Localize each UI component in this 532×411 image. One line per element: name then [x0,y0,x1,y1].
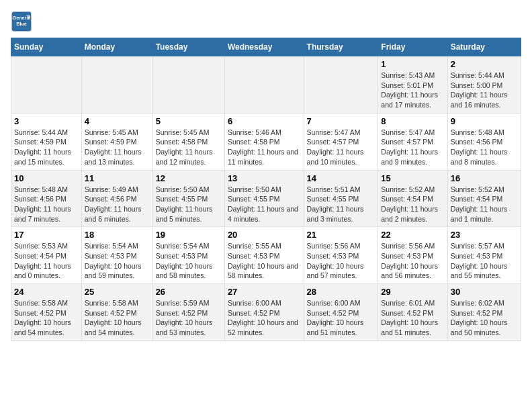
day-info: Sunrise: 5:47 AM Sunset: 4:57 PM Dayligh… [381,128,444,167]
col-header-friday: Friday [378,38,447,56]
calendar-cell: 16Sunrise: 5:52 AM Sunset: 4:54 PM Dayli… [447,170,521,227]
day-info: Sunrise: 5:45 AM Sunset: 4:59 PM Dayligh… [85,128,150,167]
day-info: Sunrise: 5:44 AM Sunset: 5:00 PM Dayligh… [451,71,518,110]
calendar-week-row: 10Sunrise: 5:48 AM Sunset: 4:56 PM Dayli… [11,170,521,227]
header: General Blue [11,11,521,32]
calendar-week-row: 1Sunrise: 5:43 AM Sunset: 5:01 PM Daylig… [11,56,521,113]
calendar-cell: 29Sunrise: 6:01 AM Sunset: 4:52 PM Dayli… [378,284,447,341]
calendar-cell: 22Sunrise: 5:56 AM Sunset: 4:53 PM Dayli… [378,227,447,284]
day-number: 13 [228,173,301,183]
calendar-cell: 11Sunrise: 5:49 AM Sunset: 4:56 PM Dayli… [81,170,152,227]
calendar-cell [224,56,304,113]
day-info: Sunrise: 5:47 AM Sunset: 4:57 PM Dayligh… [307,128,375,167]
day-info: Sunrise: 5:50 AM Sunset: 4:55 PM Dayligh… [228,185,301,224]
day-number: 15 [381,173,444,183]
day-number: 27 [228,287,301,297]
day-number: 2 [451,59,518,69]
day-info: Sunrise: 5:54 AM Sunset: 4:53 PM Dayligh… [156,241,222,281]
day-info: Sunrise: 5:49 AM Sunset: 4:56 PM Dayligh… [85,185,150,224]
col-header-thursday: Thursday [304,38,378,56]
day-info: Sunrise: 5:52 AM Sunset: 4:54 PM Dayligh… [451,185,518,224]
calendar-table: SundayMondayTuesdayWednesdayThursdayFrid… [11,38,521,341]
calendar-cell: 19Sunrise: 5:54 AM Sunset: 4:53 PM Dayli… [152,227,224,284]
col-header-wednesday: Wednesday [224,38,304,56]
calendar-cell: 12Sunrise: 5:50 AM Sunset: 4:55 PM Dayli… [152,170,224,227]
day-info: Sunrise: 5:56 AM Sunset: 4:53 PM Dayligh… [381,241,444,281]
calendar-cell: 4Sunrise: 5:45 AM Sunset: 4:59 PM Daylig… [81,113,152,170]
calendar-cell: 7Sunrise: 5:47 AM Sunset: 4:57 PM Daylig… [304,113,378,170]
col-header-tuesday: Tuesday [152,38,224,56]
calendar-cell: 10Sunrise: 5:48 AM Sunset: 4:56 PM Dayli… [11,170,82,227]
calendar-cell: 18Sunrise: 5:54 AM Sunset: 4:53 PM Dayli… [81,227,152,284]
logo: General Blue [11,11,32,32]
day-number: 5 [156,116,222,126]
svg-text:Blue: Blue [16,21,27,27]
day-number: 4 [85,116,150,126]
day-number: 11 [85,173,150,183]
calendar-cell: 30Sunrise: 6:02 AM Sunset: 4:52 PM Dayli… [447,284,521,341]
day-info: Sunrise: 5:45 AM Sunset: 4:58 PM Dayligh… [156,128,222,167]
col-header-saturday: Saturday [447,38,521,56]
calendar-cell [81,56,152,113]
calendar-cell: 13Sunrise: 5:50 AM Sunset: 4:55 PM Dayli… [224,170,304,227]
day-number: 25 [85,287,150,297]
col-header-monday: Monday [81,38,152,56]
calendar-cell: 23Sunrise: 5:57 AM Sunset: 4:53 PM Dayli… [447,227,521,284]
day-number: 21 [307,230,375,240]
day-info: Sunrise: 5:48 AM Sunset: 4:56 PM Dayligh… [14,185,79,224]
calendar-cell: 24Sunrise: 5:58 AM Sunset: 4:52 PM Dayli… [11,284,82,341]
day-number: 18 [85,230,150,240]
day-info: Sunrise: 5:52 AM Sunset: 4:54 PM Dayligh… [381,185,444,224]
calendar-cell: 26Sunrise: 5:59 AM Sunset: 4:52 PM Dayli… [152,284,224,341]
day-info: Sunrise: 5:50 AM Sunset: 4:55 PM Dayligh… [156,185,222,224]
day-number: 26 [156,287,222,297]
day-number: 16 [451,173,518,183]
col-header-sunday: Sunday [11,38,82,56]
day-number: 22 [381,230,444,240]
day-number: 19 [156,230,222,240]
day-number: 24 [14,287,79,297]
day-info: Sunrise: 5:58 AM Sunset: 4:52 PM Dayligh… [85,298,150,338]
day-info: Sunrise: 5:56 AM Sunset: 4:53 PM Dayligh… [307,241,375,281]
day-number: 6 [228,116,301,126]
day-number: 8 [381,116,444,126]
calendar-cell: 27Sunrise: 6:00 AM Sunset: 4:52 PM Dayli… [224,284,304,341]
calendar-cell [152,56,224,113]
day-number: 29 [381,287,444,297]
day-info: Sunrise: 5:53 AM Sunset: 4:54 PM Dayligh… [14,241,79,281]
day-number: 12 [156,173,222,183]
day-info: Sunrise: 5:57 AM Sunset: 4:53 PM Dayligh… [451,241,518,281]
calendar-cell: 17Sunrise: 5:53 AM Sunset: 4:54 PM Dayli… [11,227,82,284]
day-number: 3 [14,116,79,126]
day-info: Sunrise: 5:58 AM Sunset: 4:52 PM Dayligh… [14,298,79,338]
day-info: Sunrise: 5:48 AM Sunset: 4:56 PM Dayligh… [451,128,518,167]
day-number: 7 [307,116,375,126]
calendar-cell: 20Sunrise: 5:55 AM Sunset: 4:53 PM Dayli… [224,227,304,284]
calendar-cell: 25Sunrise: 5:58 AM Sunset: 4:52 PM Dayli… [81,284,152,341]
day-info: Sunrise: 5:44 AM Sunset: 4:59 PM Dayligh… [14,128,79,167]
calendar-cell: 2Sunrise: 5:44 AM Sunset: 5:00 PM Daylig… [447,56,521,113]
calendar-cell [11,56,82,113]
calendar-cell: 3Sunrise: 5:44 AM Sunset: 4:59 PM Daylig… [11,113,82,170]
calendar-cell: 9Sunrise: 5:48 AM Sunset: 4:56 PM Daylig… [447,113,521,170]
calendar-cell: 28Sunrise: 6:00 AM Sunset: 4:52 PM Dayli… [304,284,378,341]
calendar-cell: 21Sunrise: 5:56 AM Sunset: 4:53 PM Dayli… [304,227,378,284]
day-number: 23 [451,230,518,240]
day-info: Sunrise: 5:46 AM Sunset: 4:58 PM Dayligh… [228,128,301,167]
calendar-week-row: 17Sunrise: 5:53 AM Sunset: 4:54 PM Dayli… [11,227,521,284]
day-number: 17 [14,230,79,240]
day-info: Sunrise: 6:00 AM Sunset: 4:52 PM Dayligh… [307,298,375,338]
calendar-cell: 1Sunrise: 5:43 AM Sunset: 5:01 PM Daylig… [378,56,447,113]
day-number: 9 [451,116,518,126]
day-number: 1 [381,59,444,69]
day-info: Sunrise: 6:01 AM Sunset: 4:52 PM Dayligh… [381,298,444,338]
calendar-cell: 14Sunrise: 5:51 AM Sunset: 4:55 PM Dayli… [304,170,378,227]
calendar-cell: 8Sunrise: 5:47 AM Sunset: 4:57 PM Daylig… [378,113,447,170]
day-number: 28 [307,287,375,297]
calendar-cell [304,56,378,113]
day-info: Sunrise: 5:59 AM Sunset: 4:52 PM Dayligh… [156,298,222,338]
calendar-cell: 6Sunrise: 5:46 AM Sunset: 4:58 PM Daylig… [224,113,304,170]
day-info: Sunrise: 5:54 AM Sunset: 4:53 PM Dayligh… [85,241,150,281]
day-number: 10 [14,173,79,183]
day-info: Sunrise: 6:02 AM Sunset: 4:52 PM Dayligh… [451,298,518,338]
